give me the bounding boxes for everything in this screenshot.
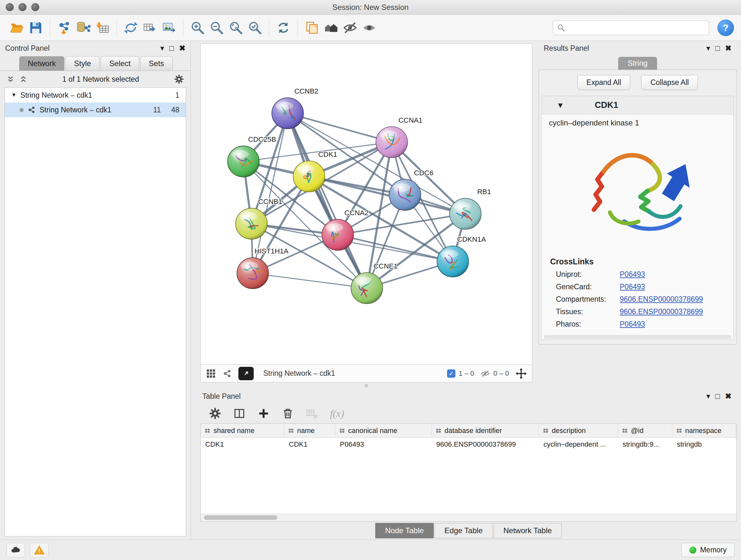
panel-close-icon[interactable]: ✖	[725, 392, 731, 400]
delete-column-icon[interactable]	[281, 407, 294, 420]
open-session-button[interactable]	[7, 18, 26, 38]
network-node[interactable]: CCNA1	[376, 116, 422, 158]
selected-checkbox-icon[interactable]: ✓	[447, 369, 455, 378]
network-node[interactable]: RB1	[450, 188, 491, 229]
crosslink-label: Pharos:	[556, 320, 620, 328]
pan-crosshair-icon[interactable]	[515, 368, 527, 379]
collapse-all-button[interactable]: Collapse All	[641, 75, 698, 90]
add-column-icon[interactable]	[257, 407, 270, 420]
crosslink-link[interactable]: 9606.ENSP00000378699	[620, 307, 703, 316]
search-input[interactable]	[568, 23, 705, 32]
gene-section-header[interactable]: ▼ CDK1	[542, 96, 733, 115]
table-tab-network-table[interactable]: Network Table	[494, 523, 562, 538]
column-header[interactable]: name	[284, 424, 335, 437]
column-sort-icon[interactable]	[288, 428, 294, 434]
column-header[interactable]: canonical name	[335, 424, 432, 437]
horizontal-splitter[interactable]	[200, 382, 532, 389]
table-hscroll-thumb[interactable]	[204, 515, 277, 520]
panel-close-icon[interactable]: ✖	[179, 44, 185, 52]
window-title: Session: New Session	[0, 3, 741, 12]
panel-menu-icon[interactable]: ▾	[160, 44, 164, 52]
network-edge[interactable]	[287, 113, 392, 142]
cloud-button[interactable]	[6, 543, 25, 557]
export-table-button[interactable]	[140, 18, 159, 38]
save-session-button[interactable]	[26, 18, 45, 38]
network-node[interactable]: HIST1H1A	[237, 247, 288, 289]
show-columns-icon[interactable]	[233, 407, 246, 420]
tab-sets[interactable]: Sets	[140, 56, 173, 71]
column-header[interactable]: description	[539, 424, 618, 437]
help-button[interactable]: ?	[718, 19, 734, 36]
table-tab-node-table[interactable]: Node Table	[375, 523, 434, 538]
network-edge[interactable]	[338, 235, 453, 261]
zoom-in-button[interactable]	[188, 18, 207, 38]
crosslink-link[interactable]: P06493	[620, 283, 645, 291]
warning-button[interactable]	[30, 543, 49, 557]
save-session-icon	[28, 20, 43, 35]
title-bar: Session: New Session	[0, 0, 741, 15]
column-header[interactable]: database identifier	[432, 424, 539, 437]
column-sort-icon[interactable]	[339, 428, 346, 434]
panel-menu-icon[interactable]: ▾	[706, 392, 710, 400]
zoom-out-button[interactable]	[207, 18, 226, 38]
import-network-database-button[interactable]	[74, 18, 93, 38]
panel-menu-icon[interactable]: ▾	[706, 44, 710, 52]
node-label: CDKN1A	[457, 235, 486, 243]
copy-button[interactable]	[302, 18, 321, 38]
collapse-all-icon[interactable]	[6, 75, 15, 83]
table-row[interactable]: CDK1CDK1P064939606.ENSP00000378699cyclin…	[201, 438, 736, 451]
expand-all-button[interactable]: Expand All	[577, 75, 630, 90]
network-node[interactable]: CCNB2	[272, 87, 319, 129]
column-header[interactable]: namespace	[672, 424, 736, 437]
memory-button[interactable]: Memory	[681, 543, 735, 557]
network-status-dot	[19, 108, 23, 112]
tab-select[interactable]: Select	[100, 56, 139, 71]
section-disclosure-icon[interactable]: ▼	[556, 101, 564, 110]
crosslink-link[interactable]: P06493	[620, 270, 645, 279]
network-canvas[interactable]: CCNB2CCNA1CDC25BCDK1CDC6RB1CCNB1CCNA2CDK…	[200, 44, 532, 365]
export-image-button[interactable]	[159, 18, 179, 38]
network-node[interactable]: CDK1	[293, 150, 337, 192]
tab-string[interactable]: String	[618, 57, 657, 70]
panel-float-icon[interactable]: □	[715, 392, 720, 400]
column-sort-icon[interactable]	[435, 428, 442, 434]
show-all-button[interactable]	[360, 18, 379, 38]
network-node[interactable]: CDKN1A	[437, 235, 486, 277]
tab-network[interactable]: Network	[19, 56, 64, 71]
import-table-button[interactable]	[93, 18, 112, 38]
node-table: shared namenamecanonical namedatabase id…	[200, 423, 737, 522]
network-options-gear-icon[interactable]	[174, 74, 184, 84]
crosslink-link[interactable]: 9606.ENSP00000378699	[620, 295, 703, 304]
import-network-file-button[interactable]	[55, 18, 74, 38]
zoom-selected-button[interactable]	[246, 18, 265, 38]
network-collection-row[interactable]: ▼ String Network – cdk1 1	[5, 88, 186, 103]
zoom-fit-button[interactable]	[226, 18, 246, 38]
apply-layout-button[interactable]	[274, 18, 293, 38]
network-edge[interactable]	[287, 113, 367, 288]
network-row-selected[interactable]: String Network – cdk1 11 48	[5, 103, 186, 117]
network-from-selection-icon	[124, 20, 138, 35]
column-sort-icon[interactable]	[676, 428, 683, 434]
column-sort-icon[interactable]	[205, 428, 211, 434]
hide-selected-button[interactable]	[340, 18, 360, 38]
results-scrollbar[interactable]	[544, 335, 731, 339]
column-sort-icon[interactable]	[543, 428, 549, 434]
expand-all-icon[interactable]	[19, 75, 27, 83]
panel-float-icon[interactable]: □	[169, 44, 174, 52]
crosslink-link[interactable]: P06493	[620, 320, 645, 328]
export-view-button[interactable]	[239, 367, 254, 380]
panel-float-icon[interactable]: □	[715, 44, 720, 52]
tree-disclosure-icon[interactable]: ▼	[11, 92, 17, 98]
birdseye-grid-icon[interactable]	[206, 368, 216, 379]
network-edge[interactable]	[253, 273, 367, 288]
network-from-selection-button[interactable]	[121, 18, 140, 38]
tab-style[interactable]: Style	[65, 56, 99, 71]
column-header[interactable]: shared name	[201, 424, 284, 437]
network-share-icon[interactable]	[222, 369, 232, 378]
home-button[interactable]	[321, 18, 340, 38]
column-header[interactable]: @id	[618, 424, 672, 437]
panel-close-icon[interactable]: ✖	[725, 44, 731, 52]
column-sort-icon[interactable]	[622, 428, 628, 434]
table-tab-edge-table[interactable]: Edge Table	[434, 523, 493, 538]
table-options-gear-icon[interactable]	[209, 407, 221, 420]
